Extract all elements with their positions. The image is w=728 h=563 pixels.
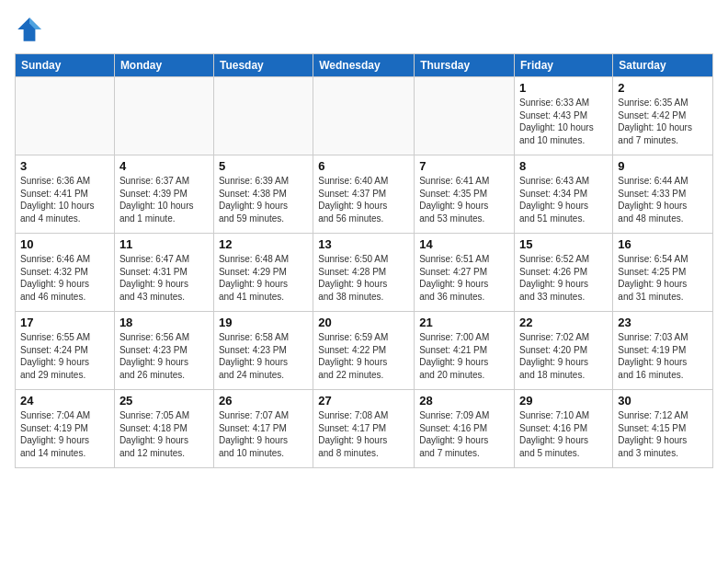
day-number: 13	[318, 237, 409, 251]
day-info: Sunrise: 6:55 AM Sunset: 4:24 PM Dayligh…	[20, 331, 109, 381]
calendar-cell: 19Sunrise: 6:58 AM Sunset: 4:23 PM Dayli…	[213, 312, 313, 390]
calendar-cell: 5Sunrise: 6:39 AM Sunset: 4:38 PM Daylig…	[213, 155, 313, 234]
calendar-cell: 27Sunrise: 7:08 AM Sunset: 4:17 PM Dayli…	[313, 390, 415, 468]
calendar-cell: 24Sunrise: 7:04 AM Sunset: 4:19 PM Dayli…	[16, 390, 115, 468]
calendar-cell: 14Sunrise: 6:51 AM Sunset: 4:27 PM Dayli…	[415, 234, 515, 312]
day-number: 4	[119, 159, 209, 173]
day-info: Sunrise: 7:05 AM Sunset: 4:18 PM Dayligh…	[119, 409, 209, 459]
day-number: 28	[419, 394, 509, 408]
calendar-cell	[213, 77, 313, 155]
calendar-cell: 26Sunrise: 7:07 AM Sunset: 4:17 PM Dayli…	[213, 390, 313, 468]
week-row-3: 10Sunrise: 6:46 AM Sunset: 4:32 PM Dayli…	[16, 234, 713, 312]
weekday-header-thursday: Thursday	[415, 54, 515, 77]
day-info: Sunrise: 6:35 AM Sunset: 4:42 PM Dayligh…	[618, 97, 708, 146]
day-number: 1	[519, 81, 608, 95]
day-number: 16	[618, 237, 708, 251]
day-info: Sunrise: 7:12 AM Sunset: 4:15 PM Dayligh…	[618, 409, 708, 459]
day-info: Sunrise: 6:44 AM Sunset: 4:33 PM Dayligh…	[618, 175, 708, 224]
day-info: Sunrise: 6:41 AM Sunset: 4:35 PM Dayligh…	[419, 175, 509, 224]
calendar-cell	[16, 77, 115, 155]
calendar-cell: 9Sunrise: 6:44 AM Sunset: 4:33 PM Daylig…	[613, 155, 713, 234]
day-info: Sunrise: 6:52 AM Sunset: 4:26 PM Dayligh…	[519, 253, 608, 303]
calendar-cell: 15Sunrise: 6:52 AM Sunset: 4:26 PM Dayli…	[515, 234, 613, 312]
calendar-cell: 17Sunrise: 6:55 AM Sunset: 4:24 PM Dayli…	[16, 312, 115, 390]
weekday-header-wednesday: Wednesday	[313, 54, 415, 77]
calendar-cell: 23Sunrise: 7:03 AM Sunset: 4:19 PM Dayli…	[613, 312, 713, 390]
week-row-1: 1Sunrise: 6:33 AM Sunset: 4:43 PM Daylig…	[16, 77, 713, 155]
calendar-cell: 7Sunrise: 6:41 AM Sunset: 4:35 PM Daylig…	[415, 155, 515, 234]
day-number: 22	[519, 316, 608, 329]
day-number: 20	[318, 316, 409, 329]
day-number: 11	[119, 237, 209, 251]
day-number: 18	[119, 316, 209, 329]
day-info: Sunrise: 7:03 AM Sunset: 4:19 PM Dayligh…	[618, 331, 708, 381]
calendar-cell: 8Sunrise: 6:43 AM Sunset: 4:34 PM Daylig…	[515, 155, 613, 234]
day-number: 5	[219, 159, 308, 173]
day-info: Sunrise: 7:08 AM Sunset: 4:17 PM Dayligh…	[318, 409, 409, 459]
day-number: 14	[419, 237, 509, 251]
calendar-cell: 16Sunrise: 6:54 AM Sunset: 4:25 PM Dayli…	[613, 234, 713, 312]
logo	[15, 15, 48, 44]
calendar-cell	[313, 77, 415, 155]
day-info: Sunrise: 6:47 AM Sunset: 4:31 PM Dayligh…	[119, 253, 209, 303]
week-row-2: 3Sunrise: 6:36 AM Sunset: 4:41 PM Daylig…	[16, 155, 713, 234]
day-info: Sunrise: 6:58 AM Sunset: 4:23 PM Dayligh…	[219, 331, 308, 381]
day-number: 3	[20, 159, 109, 173]
day-info: Sunrise: 7:07 AM Sunset: 4:17 PM Dayligh…	[219, 409, 308, 459]
day-info: Sunrise: 6:59 AM Sunset: 4:22 PM Dayligh…	[318, 331, 409, 381]
day-info: Sunrise: 6:39 AM Sunset: 4:38 PM Dayligh…	[219, 175, 308, 224]
calendar-cell	[415, 77, 515, 155]
day-number: 26	[219, 394, 308, 408]
calendar-cell: 2Sunrise: 6:35 AM Sunset: 4:42 PM Daylig…	[613, 77, 713, 155]
calendar-cell: 21Sunrise: 7:00 AM Sunset: 4:21 PM Dayli…	[415, 312, 515, 390]
calendar-cell: 4Sunrise: 6:37 AM Sunset: 4:39 PM Daylig…	[114, 155, 213, 234]
calendar-cell: 12Sunrise: 6:48 AM Sunset: 4:29 PM Dayli…	[213, 234, 313, 312]
calendar-cell: 25Sunrise: 7:05 AM Sunset: 4:18 PM Dayli…	[114, 390, 213, 468]
calendar-cell: 20Sunrise: 6:59 AM Sunset: 4:22 PM Dayli…	[313, 312, 415, 390]
calendar-cell: 22Sunrise: 7:02 AM Sunset: 4:20 PM Dayli…	[515, 312, 613, 390]
day-info: Sunrise: 7:10 AM Sunset: 4:16 PM Dayligh…	[519, 409, 608, 459]
day-info: Sunrise: 6:46 AM Sunset: 4:32 PM Dayligh…	[20, 253, 109, 303]
day-number: 24	[20, 394, 109, 408]
calendar-cell: 3Sunrise: 6:36 AM Sunset: 4:41 PM Daylig…	[16, 155, 115, 234]
calendar-cell: 10Sunrise: 6:46 AM Sunset: 4:32 PM Dayli…	[16, 234, 115, 312]
weekday-header-friday: Friday	[515, 54, 613, 77]
day-info: Sunrise: 6:36 AM Sunset: 4:41 PM Dayligh…	[20, 175, 109, 224]
day-number: 17	[20, 316, 109, 329]
day-info: Sunrise: 7:04 AM Sunset: 4:19 PM Dayligh…	[20, 409, 109, 459]
day-info: Sunrise: 6:33 AM Sunset: 4:43 PM Dayligh…	[519, 97, 608, 146]
day-info: Sunrise: 7:00 AM Sunset: 4:21 PM Dayligh…	[419, 331, 509, 381]
day-number: 25	[119, 394, 209, 408]
day-info: Sunrise: 7:02 AM Sunset: 4:20 PM Dayligh…	[519, 331, 608, 381]
day-number: 23	[618, 316, 708, 329]
calendar-cell: 13Sunrise: 6:50 AM Sunset: 4:28 PM Dayli…	[313, 234, 415, 312]
day-number: 9	[618, 159, 708, 173]
page: SundayMondayTuesdayWednesdayThursdayFrid…	[0, 0, 728, 483]
week-row-5: 24Sunrise: 7:04 AM Sunset: 4:19 PM Dayli…	[16, 390, 713, 468]
day-info: Sunrise: 6:37 AM Sunset: 4:39 PM Dayligh…	[119, 175, 209, 224]
day-info: Sunrise: 6:51 AM Sunset: 4:27 PM Dayligh…	[419, 253, 509, 303]
day-number: 6	[318, 159, 409, 173]
calendar-cell: 18Sunrise: 6:56 AM Sunset: 4:23 PM Dayli…	[114, 312, 213, 390]
day-number: 29	[519, 394, 608, 408]
calendar: SundayMondayTuesdayWednesdayThursdayFrid…	[15, 53, 713, 468]
day-number: 10	[20, 237, 109, 251]
day-number: 27	[318, 394, 409, 408]
day-info: Sunrise: 6:40 AM Sunset: 4:37 PM Dayligh…	[318, 175, 409, 224]
calendar-cell: 1Sunrise: 6:33 AM Sunset: 4:43 PM Daylig…	[515, 77, 613, 155]
calendar-cell	[114, 77, 213, 155]
day-number: 19	[219, 316, 308, 329]
day-number: 2	[618, 81, 708, 95]
day-info: Sunrise: 6:54 AM Sunset: 4:25 PM Dayligh…	[618, 253, 708, 303]
logo-icon	[15, 15, 44, 44]
day-number: 8	[519, 159, 608, 173]
day-number: 21	[419, 316, 509, 329]
calendar-cell: 28Sunrise: 7:09 AM Sunset: 4:16 PM Dayli…	[415, 390, 515, 468]
weekday-header-tuesday: Tuesday	[213, 54, 313, 77]
calendar-cell: 11Sunrise: 6:47 AM Sunset: 4:31 PM Dayli…	[114, 234, 213, 312]
calendar-cell: 29Sunrise: 7:10 AM Sunset: 4:16 PM Dayli…	[515, 390, 613, 468]
day-info: Sunrise: 7:09 AM Sunset: 4:16 PM Dayligh…	[419, 409, 509, 459]
header	[15, 15, 713, 44]
week-row-4: 17Sunrise: 6:55 AM Sunset: 4:24 PM Dayli…	[16, 312, 713, 390]
day-info: Sunrise: 6:48 AM Sunset: 4:29 PM Dayligh…	[219, 253, 308, 303]
